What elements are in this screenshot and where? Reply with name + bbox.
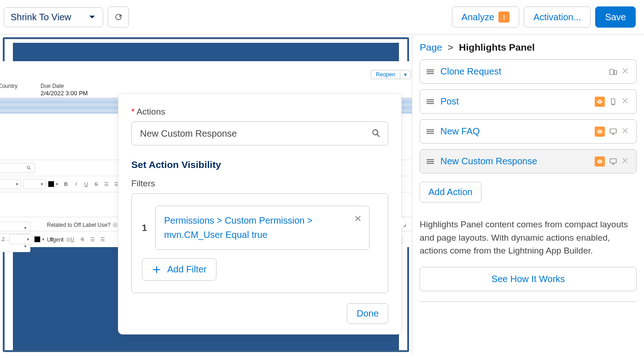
action-icons bbox=[595, 97, 630, 107]
toolbar-left: Shrink To View bbox=[4, 6, 129, 28]
breadcrumb-current: Highlights Panel bbox=[459, 42, 535, 53]
italic-icon[interactable]: I bbox=[72, 180, 80, 188]
drag-handle-icon[interactable] bbox=[427, 99, 434, 104]
mobile-form-factor-icon[interactable] bbox=[609, 97, 618, 106]
reopen-button[interactable]: Reopen bbox=[371, 70, 400, 79]
stage: Reopen ▼ Country Due Date 2/4/2022 3:00 … bbox=[0, 35, 644, 355]
zoom-select-label: Shrink To View bbox=[11, 12, 71, 23]
strike-icon[interactable]: S bbox=[78, 235, 87, 243]
bold-icon[interactable]: B bbox=[62, 180, 70, 188]
action-name: Clone Request bbox=[440, 66, 602, 77]
remove-action-icon[interactable] bbox=[621, 127, 630, 136]
refresh-icon bbox=[114, 12, 123, 22]
actions-field-label: *Actions bbox=[131, 107, 388, 117]
popover-arrow bbox=[401, 217, 407, 228]
see-how-button[interactable]: See How It Works bbox=[420, 267, 637, 291]
canvas: Reopen ▼ Country Due Date 2/4/2022 3:00 … bbox=[0, 35, 412, 355]
visibility-filter-icon[interactable] bbox=[595, 156, 605, 167]
analyze-button[interactable]: Analyze ! bbox=[452, 6, 519, 28]
bold-icon[interactable]: B bbox=[48, 235, 56, 243]
visibility-filter-icon[interactable] bbox=[595, 97, 605, 107]
done-row: Done bbox=[131, 303, 388, 324]
help-text: Highlights Panel content comes from comp… bbox=[420, 218, 637, 258]
filter-index: 1 bbox=[142, 223, 147, 233]
bullet-list-icon[interactable]: ☰ bbox=[102, 180, 111, 188]
bullet-list-icon[interactable]: ☰ bbox=[88, 235, 97, 243]
font-select[interactable]: ▼ bbox=[0, 179, 21, 189]
record-field-label: Country bbox=[0, 83, 18, 89]
search-icon bbox=[26, 165, 32, 171]
desktop-form-factor-icon[interactable] bbox=[609, 127, 618, 136]
actions-list: Clone RequestPostNew FAQNew Custom Respo… bbox=[420, 59, 637, 173]
action-icons bbox=[595, 156, 630, 167]
done-button[interactable]: Done bbox=[347, 303, 388, 324]
action-settings-popover: *Actions Set Action Visibility Filters 1… bbox=[118, 93, 402, 335]
divider bbox=[420, 301, 637, 302]
remove-filter-icon[interactable] bbox=[354, 213, 363, 227]
action-row[interactable]: Clone Request bbox=[420, 59, 637, 84]
add-action-button[interactable]: Add Action bbox=[420, 182, 481, 202]
action-row[interactable]: Post bbox=[420, 89, 637, 114]
filter-card[interactable]: Permissions > Custom Permission > mvn.CM… bbox=[155, 206, 369, 250]
reopen-dropdown[interactable]: ▼ bbox=[400, 70, 411, 79]
save-button[interactable]: Save bbox=[595, 6, 636, 28]
plus-icon bbox=[152, 265, 162, 275]
filter-row: 1 Permissions > Custom Permission > mvn.… bbox=[142, 206, 369, 250]
action-row[interactable]: New Custom Response bbox=[420, 149, 637, 173]
drag-handle-icon[interactable] bbox=[427, 129, 434, 134]
action-name: New Custom Response bbox=[440, 156, 588, 167]
svg-rect-0 bbox=[610, 69, 614, 74]
action-icons bbox=[595, 127, 630, 137]
zoom-select[interactable]: Shrink To View bbox=[4, 7, 103, 27]
svg-rect-7 bbox=[610, 159, 616, 163]
record-field-value: 2/4/2022 3:00 PM bbox=[41, 90, 88, 97]
record-header: Reopen ▼ Country Due Date 2/4/2022 3:00 … bbox=[0, 61, 412, 98]
breadcrumb-sep: > bbox=[448, 42, 453, 53]
remove-action-icon[interactable] bbox=[621, 67, 630, 76]
action-row[interactable]: New FAQ bbox=[420, 119, 637, 144]
desktop-form-factor-icon[interactable] bbox=[609, 157, 618, 166]
action-search-wrap bbox=[131, 121, 388, 145]
rte-search-input[interactable] bbox=[0, 163, 35, 173]
remove-action-icon[interactable] bbox=[621, 156, 630, 166]
top-toolbar: Shrink To View Analyze ! Activation... S… bbox=[0, 0, 644, 35]
search-icon bbox=[371, 128, 382, 139]
activation-button[interactable]: Activation... bbox=[524, 6, 591, 28]
add-filter-label: Add Filter bbox=[167, 264, 207, 275]
refresh-button[interactable] bbox=[108, 6, 129, 28]
size-select[interactable]: ▼ bbox=[9, 234, 32, 244]
action-search-input[interactable] bbox=[131, 121, 388, 145]
action-name: New FAQ bbox=[440, 126, 588, 137]
save-label: Save bbox=[605, 12, 626, 23]
analyze-label: Analyze bbox=[462, 12, 494, 23]
filters-label: Filters bbox=[131, 179, 388, 189]
tabmob-form-factor-icon[interactable] bbox=[609, 67, 618, 76]
record-field-duedate: Due Date 2/4/2022 3:00 PM bbox=[41, 83, 88, 97]
activation-label: Activation... bbox=[533, 12, 581, 23]
action-icons bbox=[609, 67, 630, 76]
visibility-filter-icon[interactable] bbox=[595, 127, 605, 137]
right-rail: Page > Highlights Panel Clone RequestPos… bbox=[412, 35, 644, 355]
section-title: Set Action Visibility bbox=[131, 159, 388, 170]
record-fields: Country Due Date 2/4/2022 3:00 PM bbox=[0, 83, 88, 97]
color-picker[interactable]: ▼ bbox=[48, 180, 60, 188]
drag-handle-icon[interactable] bbox=[427, 69, 434, 74]
breadcrumb-page[interactable]: Page bbox=[420, 42, 442, 53]
italic-icon[interactable]: I bbox=[58, 235, 66, 243]
svg-rect-1 bbox=[614, 70, 616, 75]
strike-icon[interactable]: S bbox=[92, 180, 100, 188]
action-name: Post bbox=[440, 96, 588, 107]
remove-action-icon[interactable] bbox=[621, 97, 630, 106]
drag-handle-icon[interactable] bbox=[427, 159, 434, 164]
size-select[interactable]: ▼ bbox=[23, 179, 46, 189]
number-list-icon[interactable]: ☰ bbox=[99, 235, 107, 243]
svg-rect-4 bbox=[610, 129, 616, 133]
reopen-group: Reopen ▼ bbox=[371, 70, 411, 79]
info-icon: i bbox=[112, 222, 118, 228]
chevron-down-icon bbox=[88, 13, 96, 21]
color-picker[interactable]: ▼ bbox=[34, 235, 46, 243]
record-field-country: Country bbox=[0, 83, 18, 97]
underline-icon[interactable]: U bbox=[82, 180, 90, 188]
add-filter-button[interactable]: Add Filter bbox=[142, 258, 217, 281]
underline-icon[interactable]: U bbox=[68, 235, 76, 243]
